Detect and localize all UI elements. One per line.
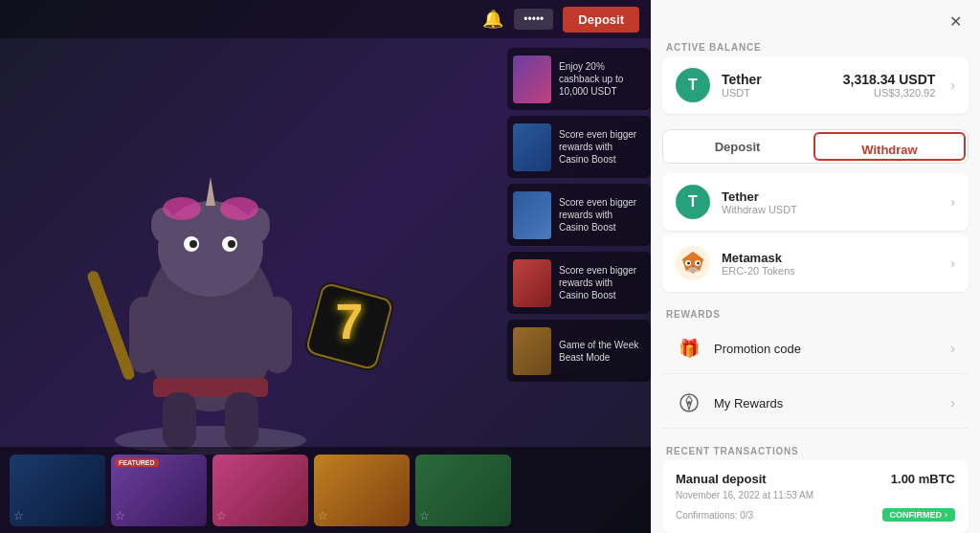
deposit-tab[interactable]: Deposit bbox=[663, 130, 812, 163]
promo-card[interactable]: Score even bigger rewards with Casino Bo… bbox=[507, 116, 651, 178]
balance-main-value: 3,318.34 USDT bbox=[843, 72, 936, 87]
game-thumb[interactable]: FEATURED ☆ bbox=[111, 455, 207, 526]
metamask-method-info: Metamask ERC-20 Tokens bbox=[722, 251, 939, 277]
hero-area: 7 bbox=[19, 57, 402, 459]
promo-thumb bbox=[513, 191, 551, 239]
tether-balance-icon: T bbox=[676, 68, 710, 102]
my-rewards-label: My Rewards bbox=[714, 396, 939, 411]
promo-text: Score even bigger rewards with Casino Bo… bbox=[559, 128, 645, 166]
game-background: 🔔 ••••• Deposit bbox=[0, 0, 651, 533]
star-icon: ☆ bbox=[216, 509, 227, 522]
tether-method-icon: T bbox=[676, 185, 710, 219]
game-thumbnails: ☆ FEATURED ☆ ☆ ☆ ☆ bbox=[0, 447, 651, 533]
promo-text: Score even bigger rewards with Casino Bo… bbox=[559, 196, 645, 233]
promo-card[interactable]: Score even bigger rewards with Casino Bo… bbox=[507, 184, 651, 246]
svg-point-5 bbox=[189, 240, 197, 248]
promo-card[interactable]: Enjoy 20% cashback up to 10,000 USDT bbox=[507, 48, 651, 110]
game-thumb[interactable]: ☆ bbox=[314, 455, 410, 526]
recent-tx-label: RECENT TRANSACTIONS bbox=[651, 440, 980, 460]
sidebar-panel: ✕ ACTIVE BALANCE T Tether USDT 3,318.34 … bbox=[651, 0, 980, 533]
promo-card[interactable]: Game of the Week Beast Mode bbox=[507, 320, 651, 382]
promo-thumb bbox=[513, 123, 551, 171]
rewards-chevron-icon: › bbox=[950, 395, 955, 411]
svg-marker-3 bbox=[206, 177, 215, 206]
promo-text: Game of the Week Beast Mode bbox=[559, 339, 645, 364]
metamask-chevron-icon: › bbox=[950, 255, 955, 271]
metamask-method[interactable]: Metamask ERC-20 Tokens › bbox=[662, 234, 969, 292]
svg-point-28 bbox=[697, 262, 700, 265]
notifications-icon[interactable]: 🔔 bbox=[481, 8, 504, 31]
active-balance-label: ACTIVE BALANCE bbox=[651, 36, 980, 56]
star-icon: ☆ bbox=[318, 509, 328, 522]
balance-amount: 3,318.34 USDT US$3,320.92 bbox=[843, 72, 936, 99]
chevron-right-icon: › bbox=[950, 78, 955, 93]
check-icon: › bbox=[945, 510, 947, 520]
promo-thumb bbox=[513, 327, 551, 375]
promotion-code-label: Promotion code bbox=[714, 342, 939, 356]
metamask-method-icon bbox=[676, 246, 710, 280]
metamask-fox-icon bbox=[679, 250, 707, 277]
my-rewards-item[interactable]: My Rewards › bbox=[662, 378, 969, 429]
svg-point-32 bbox=[687, 401, 691, 405]
tether-method[interactable]: T Tether Withdraw USDT › bbox=[662, 173, 969, 231]
transaction-card: Manual deposit 1.00 mBTC November 16, 20… bbox=[662, 460, 969, 533]
currency-symbol: USDT bbox=[722, 87, 832, 99]
shield-check-icon bbox=[679, 392, 700, 413]
deposit-button[interactable]: Deposit bbox=[563, 7, 639, 33]
tx-name: Manual deposit bbox=[676, 472, 767, 486]
svg-text:7: 7 bbox=[336, 294, 364, 349]
tether-method-info: Tether Withdraw USDT bbox=[722, 189, 939, 215]
promotion-code-item[interactable]: 🎁 Promotion code › bbox=[662, 323, 969, 374]
top-bar: 🔔 ••••• Deposit bbox=[0, 0, 651, 38]
promo-thumb bbox=[513, 259, 551, 307]
promo-cards-list: Enjoy 20% cashback up to 10,000 USDT Sco… bbox=[507, 48, 651, 382]
star-icon: ☆ bbox=[115, 509, 125, 522]
tether-method-sub: Withdraw USDT bbox=[722, 204, 939, 215]
tx-amount: 1.00 mBTC bbox=[891, 472, 955, 486]
svg-rect-10 bbox=[129, 297, 158, 373]
svg-point-27 bbox=[687, 262, 690, 265]
promo-thumb bbox=[513, 56, 551, 103]
metamask-method-sub: ERC-20 Tokens bbox=[722, 265, 939, 277]
promo-text: Score even bigger rewards with Casino Bo… bbox=[559, 264, 645, 301]
svg-point-7 bbox=[228, 240, 235, 248]
deposit-withdraw-toggle: Deposit Withdraw bbox=[662, 129, 969, 164]
close-button[interactable]: ✕ bbox=[944, 10, 967, 33]
featured-badge: FEATURED bbox=[115, 458, 159, 467]
close-row: ✕ bbox=[651, 0, 980, 36]
confirmed-badge: CONFIRMED › bbox=[882, 508, 956, 522]
balance-usd-value: US$3,320.92 bbox=[843, 87, 936, 99]
game-thumb[interactable]: ☆ bbox=[10, 455, 105, 526]
tx-footer: Confirmations: 0/3 CONFIRMED › bbox=[676, 508, 955, 522]
balance-card[interactable]: T Tether USDT 3,318.34 USDT US$3,320.92 … bbox=[662, 56, 969, 114]
reward-bell-icon bbox=[676, 389, 702, 416]
star-icon: ☆ bbox=[13, 509, 24, 522]
svg-point-17 bbox=[220, 197, 258, 220]
tether-method-name: Tether bbox=[722, 189, 939, 204]
game-thumb[interactable]: ☆ bbox=[212, 455, 308, 526]
promotion-chevron-icon: › bbox=[950, 341, 955, 356]
star-icon: ☆ bbox=[419, 509, 430, 522]
balance-info: Tether USDT bbox=[722, 72, 832, 99]
tx-date: November 16, 2022 at 11:53 AM bbox=[676, 490, 955, 500]
svg-rect-11 bbox=[263, 297, 292, 373]
withdraw-tab[interactable]: Withdraw bbox=[813, 132, 966, 161]
gift-icon: 🎁 bbox=[676, 335, 702, 362]
promo-card[interactable]: Score even bigger rewards with Casino Bo… bbox=[507, 252, 651, 314]
tether-chevron-icon: › bbox=[950, 194, 955, 210]
tx-confirmations: Confirmations: 0/3 bbox=[676, 510, 753, 521]
diamond-seven: 7 bbox=[297, 274, 402, 379]
user-balance: ••••• bbox=[514, 9, 553, 30]
metamask-method-name: Metamask bbox=[722, 251, 939, 265]
svg-rect-12 bbox=[86, 270, 136, 382]
svg-rect-14 bbox=[163, 392, 196, 450]
rewards-label: REWARDS bbox=[651, 303, 980, 323]
game-thumb[interactable]: ☆ bbox=[415, 455, 511, 526]
currency-name: Tether bbox=[722, 72, 832, 87]
svg-rect-15 bbox=[225, 392, 258, 450]
tx-header: Manual deposit 1.00 mBTC bbox=[676, 472, 955, 486]
promo-text: Enjoy 20% cashback up to 10,000 USDT bbox=[559, 60, 645, 98]
svg-point-16 bbox=[163, 197, 201, 220]
